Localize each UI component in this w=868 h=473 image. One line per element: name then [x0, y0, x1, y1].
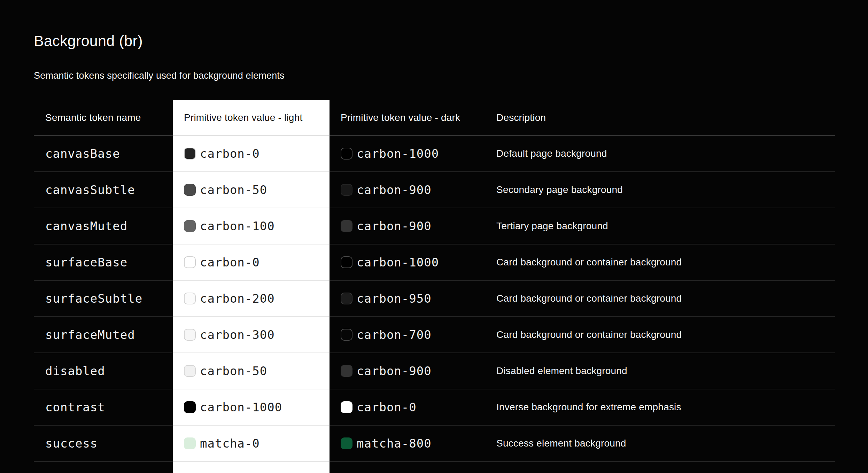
table-row-contrast: contrast carbon-1000 carbon-0 Inverse ba…: [34, 389, 835, 426]
dark-value-cell: carbon-900: [330, 353, 485, 389]
dark-color-swatch: [341, 401, 352, 413]
table-row-surfaceMuted: surfaceMuted carbon-300 carbon-700 Card …: [34, 317, 835, 353]
light-color-swatch: [184, 256, 196, 268]
description-cell: Card background or container background: [485, 245, 835, 281]
light-value-cell: carbon-200: [173, 281, 330, 317]
light-color-swatch: [184, 293, 196, 304]
light-color-swatch: [184, 220, 196, 232]
token-name-cell: canvasBase: [34, 136, 173, 172]
table-row-canvasBase: canvasBase carbon-0 carbon-1000 Default …: [34, 136, 835, 172]
description-cell: Card background or container background: [485, 281, 835, 317]
description-cell: Success element background: [485, 426, 835, 462]
table-header-row: Semantic token name Primitive token valu…: [34, 100, 835, 136]
light-value-cell: carbon-50: [173, 353, 330, 389]
description-cell: Card background or container background: [485, 317, 835, 353]
dark-color-swatch: [341, 293, 352, 304]
light-value-cell: carbon-0: [173, 136, 330, 172]
header-primitive-value-light: Primitive token value - light: [173, 100, 330, 136]
dark-color-swatch: [341, 184, 352, 196]
dark-value-cell: carbon-900: [330, 172, 485, 208]
dark-value-cell: carbon-1000: [330, 245, 485, 281]
token-name-cell: contrast: [34, 389, 173, 426]
dark-value-cell: carbon-0: [330, 389, 485, 426]
light-color-swatch: [184, 437, 196, 449]
dark-color-swatch: [341, 365, 352, 377]
table-row-surfaceBase: surfaceBase carbon-0 carbon-1000 Card ba…: [34, 245, 835, 281]
description-cell: Secondary page background: [485, 172, 835, 208]
description-cell: Disabled element background: [485, 353, 835, 389]
dark-value-cell: carbon-900: [330, 208, 485, 245]
token-name-cell: surfaceBase: [34, 245, 173, 281]
dark-value-cell: carbon-950: [330, 281, 485, 317]
background-tokens-table: Semantic token name Primitive token valu…: [34, 100, 835, 473]
table-row-disabled: disabled carbon-50 carbon-900 Disabled e…: [34, 353, 835, 389]
page-subtitle: Semantic tokens specifically used for ba…: [34, 70, 285, 81]
table-row-canvasMuted: canvasMuted carbon-100 carbon-900 Tertia…: [34, 208, 835, 245]
light-color-swatch: [184, 329, 196, 341]
header-semantic-token-name: Semantic token name: [34, 100, 173, 136]
page-title: Background (br): [34, 32, 143, 50]
dark-color-swatch: [341, 220, 352, 232]
dark-color-swatch: [341, 148, 352, 160]
light-value-cell: carbon-0: [173, 245, 330, 281]
light-value-cell: carbon-50: [173, 172, 330, 208]
dark-color-swatch: [341, 437, 352, 449]
table-row-partial: [34, 462, 835, 473]
light-value-cell: carbon-1000: [173, 389, 330, 426]
light-value-cell: carbon-100: [173, 208, 330, 245]
description-cell: Inverse background for extreme emphasis: [485, 389, 835, 426]
light-value-cell: carbon-300: [173, 317, 330, 353]
token-docs-page: Background (br) Semantic tokens specific…: [0, 0, 868, 473]
dark-value-cell: carbon-1000: [330, 136, 485, 172]
token-name-cell: surfaceSubtle: [34, 281, 173, 317]
token-name-cell: canvasSubtle: [34, 172, 173, 208]
table-row-success: success matcha-0 matcha-800 Success elem…: [34, 426, 835, 462]
description-cell: Default page background: [485, 136, 835, 172]
light-value-cell: matcha-0: [173, 426, 330, 462]
token-name-cell: canvasMuted: [34, 208, 173, 245]
light-color-swatch: [184, 365, 196, 377]
dark-color-swatch: [341, 256, 352, 268]
dark-color-swatch: [341, 329, 352, 341]
header-primitive-value-dark: Primitive token value - dark: [330, 100, 485, 136]
token-name-cell: surfaceMuted: [34, 317, 173, 353]
light-color-swatch: [184, 184, 196, 196]
dark-value-cell: matcha-800: [330, 426, 485, 462]
table-row-surfaceSubtle: surfaceSubtle carbon-200 carbon-950 Card…: [34, 281, 835, 317]
description-cell: Tertiary page background: [485, 208, 835, 245]
table-row-canvasSubtle: canvasSubtle carbon-50 carbon-900 Second…: [34, 172, 835, 208]
token-name-cell: success: [34, 426, 173, 462]
token-name-cell: disabled: [34, 353, 173, 389]
light-color-swatch: [184, 401, 196, 413]
light-color-swatch: [184, 148, 196, 160]
header-description: Description: [485, 100, 835, 136]
dark-value-cell: carbon-700: [330, 317, 485, 353]
